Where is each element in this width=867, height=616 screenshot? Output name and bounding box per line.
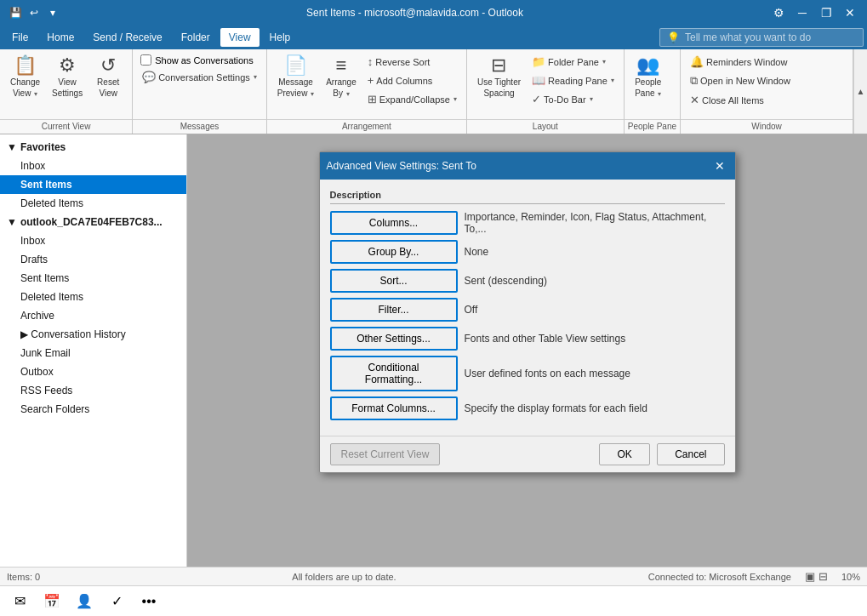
sidebar-item-rss-feeds[interactable]: RSS Feeds [0,381,186,400]
contacts-nav-button[interactable]: 👤 [71,589,97,614]
reverse-sort-button[interactable]: ↕ Reverse Sort [363,53,461,71]
filter-button[interactable]: Filter... [330,298,458,322]
sidebar-item-drafts[interactable]: Drafts [0,250,186,269]
sidebar-item-sent-account[interactable]: Sent Items [0,269,186,288]
todo-bar-button[interactable]: ✓ To-Do Bar ▾ [528,90,619,108]
conversation-settings-arrow: ▾ [254,73,257,81]
columns-button[interactable]: Columns... [330,211,458,235]
conversation-settings-button[interactable]: 💬 Conversation Settings ▾ [138,68,261,86]
minimize-button[interactable]: ─ [792,3,813,23]
menu-send-receive[interactable]: Send / Receive [84,28,170,47]
show-as-conversations-checkbox-row[interactable]: Show as Conversations [138,53,261,67]
sidebar-item-inbox-favorites[interactable]: Inbox [0,157,186,175]
reset-view-icon: ↺ [100,56,116,75]
reading-pane-icon: 📖 [532,74,545,87]
filter-value: Off [465,304,725,316]
mail-nav-button[interactable]: ✉ [7,589,32,614]
menu-view[interactable]: View [220,28,260,47]
close-button[interactable]: ✕ [840,3,860,23]
sidebar-item-deleted-favorites[interactable]: Deleted Items [0,194,186,213]
dialog-row-format-columns: Format Columns... Specify the display fo… [330,396,725,420]
change-view-label: ChangeView ▾ [10,77,40,99]
close-all-items-button[interactable]: ✕ Close All Items [686,91,795,109]
favorites-header[interactable]: ▼ Favorites [0,138,186,157]
window-buttons: 🔔 Reminders Window ⧉ Open in New Window … [686,53,795,109]
sidebar-item-conversation-history[interactable]: ▶ Conversation History [0,325,186,344]
sidebar-item-sent-favorites[interactable]: Sent Items [0,175,186,194]
open-new-window-icon: ⧉ [690,74,698,88]
ribbon-group-arrangement-body: 📄 MessagePreview ▾ ≡ ArrangeBy ▾ ↕ Rever… [267,49,466,119]
format-columns-button[interactable]: Format Columns... [330,396,458,420]
people-pane-button[interactable]: 👥 PeoplePane ▾ [630,53,667,101]
dialog-row-conditional-formatting: Conditional Formatting... User defined f… [330,356,725,391]
quick-access-undo[interactable]: ↩ [26,4,43,21]
reminders-window-button[interactable]: 🔔 Reminders Window [686,53,795,71]
view-settings-button[interactable]: ⚙ ViewSettings [47,53,88,101]
conversation-settings-icon: 💬 [142,71,156,83]
sidebar-item-archive[interactable]: Archive [0,306,186,325]
message-preview-button[interactable]: 📄 MessagePreview ▾ [272,53,319,101]
account-label: outlook_DCA7E04FEB7C83... [20,216,163,228]
title-bar: 💾 ↩ ▾ Sent Items - microsoft@malavida.co… [0,0,867,26]
reset-current-view-button[interactable]: Reset Current View [330,443,441,465]
ribbon-group-window: 🔔 Reminders Window ⧉ Open in New Window … [681,49,853,134]
other-settings-button[interactable]: Other Settings... [330,327,458,351]
normal-view-icon[interactable]: ▣ [805,570,815,583]
menu-help[interactable]: Help [261,28,299,47]
add-columns-label: Add Columns [376,76,432,86]
expand-collapse-button[interactable]: ⊞ Expand/Collapse ▾ [363,90,461,108]
search-input[interactable] [685,31,856,43]
dialog-row-sort: Sort... Sent (descending) [330,269,725,293]
sidebar-item-inbox-account[interactable]: Inbox [0,231,186,250]
open-new-window-button[interactable]: ⧉ Open in New Window [686,71,795,90]
conditional-formatting-button[interactable]: Conditional Formatting... [330,356,458,391]
add-columns-button[interactable]: + Add Columns [363,71,461,89]
ribbon-group-arrangement: 📄 MessagePreview ▾ ≡ ArrangeBy ▾ ↕ Rever… [267,49,467,134]
change-view-button[interactable]: 📋 ChangeView ▾ [5,53,45,101]
quick-access-save[interactable]: 💾 [7,4,24,21]
sort-value: Sent (descending) [465,275,725,287]
other-settings-value: Fonts and other Table View settings [465,333,725,345]
reading-pane-button[interactable]: 📖 Reading Pane ▾ [528,71,619,89]
menu-folder[interactable]: Folder [173,28,219,47]
arrange-by-icon: ≡ [336,56,347,75]
calendar-nav-button[interactable]: 📅 [39,589,65,614]
todo-bar-label: To-Do Bar [544,94,586,105]
view-settings-label: ViewSettings [52,77,83,99]
show-as-conversations-checkbox[interactable] [140,54,151,66]
window-title: Sent Items - microsoft@malavida.com - Ou… [61,7,768,19]
group-by-button[interactable]: Group By... [330,240,458,264]
reverse-sort-label: Reverse Sort [375,57,430,67]
reset-view-button[interactable]: ↺ ResetView [89,53,127,101]
menu-home[interactable]: Home [38,28,83,47]
cancel-button[interactable]: Cancel [657,443,724,465]
account-header[interactable]: ▼ outlook_DCA7E04FEB7C83... [0,213,186,231]
folder-pane-button[interactable]: 📁 Folder Pane ▾ [528,53,619,71]
arrangement-small-buttons: ↕ Reverse Sort + Add Columns ⊞ Expand/Co… [363,53,461,108]
dialog-section-header: Description [330,190,725,204]
advanced-view-settings-dialog: Advanced View Settings: Sent To ✕ Descri… [319,151,736,473]
favorites-label: Favorites [20,141,66,153]
tasks-nav-button[interactable]: ✓ [104,589,129,614]
more-nav-button[interactable]: ••• [136,589,162,614]
sort-button[interactable]: Sort... [330,269,458,293]
dialog-close-button[interactable]: ✕ [711,157,728,174]
sidebar-item-outbox[interactable]: Outbox [0,362,186,381]
todo-bar-icon: ✓ [532,93,541,106]
restore-button[interactable]: ❐ [816,3,836,23]
use-tighter-spacing-button[interactable]: ⊟ Use TighterSpacing [472,53,526,101]
reading-view-icon[interactable]: ⊟ [819,570,828,583]
ribbon-scroll-up[interactable]: ▲ [853,49,867,134]
sidebar-item-deleted-account[interactable]: Deleted Items [0,288,186,306]
format-columns-value: Specify the display formats for each fie… [465,402,725,414]
sidebar-item-search-folders[interactable]: Search Folders [0,400,186,419]
show-as-conversations-label: Show as Conversations [155,55,254,66]
ok-button[interactable]: OK [599,443,650,465]
menu-file[interactable]: File [3,28,37,47]
arrange-by-button[interactable]: ≡ ArrangeBy ▾ [321,53,362,101]
sync-status: All folders are up to date. [54,572,635,582]
dialog-title: Advanced View Settings: Sent To [327,160,476,172]
settings-icon[interactable]: ⚙ [768,3,789,23]
quick-access-dropdown[interactable]: ▾ [44,4,61,21]
sidebar-item-junk-email[interactable]: Junk Email [0,344,186,362]
